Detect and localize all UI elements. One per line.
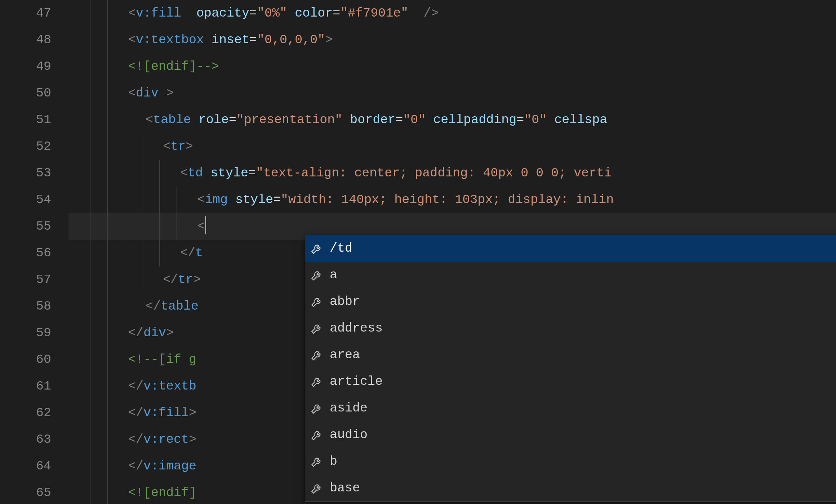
- indent-guide: [177, 186, 177, 213]
- code-line[interactable]: <v:fill opacity="0%" color="#f7901e" />: [68, 0, 836, 27]
- code-text: <!--[if g: [72, 352, 196, 367]
- code-line[interactable]: <div >: [68, 80, 836, 107]
- autocomplete-popup[interactable]: /tdaabbraddressareaarticleasideaudiobbas…: [305, 235, 836, 502]
- indent-guide: [107, 240, 108, 266]
- line-number: 64: [0, 453, 68, 480]
- line-number: 65: [0, 480, 68, 504]
- autocomplete-label: article: [330, 374, 383, 389]
- code-editor[interactable]: 47484950515253545556575859606162636465 <…: [0, 0, 836, 504]
- autocomplete-item[interactable]: article: [305, 368, 836, 395]
- indent-guide: [90, 213, 90, 240]
- indent-guide: [90, 160, 90, 186]
- indent-guide: [159, 213, 160, 240]
- code-text: </v:fill>: [72, 406, 196, 420]
- indent-guide: [107, 0, 108, 27]
- autocomplete-item[interactable]: aside: [305, 395, 836, 422]
- indent-guide: [107, 426, 108, 453]
- code-text: <![endif]: [72, 486, 196, 500]
- code-text: <td style="text-align: center; padding: …: [72, 166, 612, 180]
- indent-guide: [125, 266, 125, 293]
- code-line[interactable]: <v:textbox inset="0,0,0,0">: [68, 27, 836, 53]
- code-text: <![endif]-->: [72, 59, 219, 74]
- wrench-icon: [310, 482, 323, 495]
- wrench-icon: [310, 295, 323, 308]
- indent-guide: [159, 240, 160, 266]
- code-text: </div>: [72, 326, 174, 340]
- code-text: <v:fill opacity="0%" color="#f7901e" />: [72, 6, 439, 21]
- code-line[interactable]: <tr>: [68, 133, 836, 160]
- autocomplete-item[interactable]: b: [305, 448, 836, 475]
- autocomplete-item[interactable]: base: [305, 475, 836, 501]
- autocomplete-item[interactable]: a: [305, 262, 836, 288]
- wrench-icon: [310, 242, 323, 255]
- indent-guide: [142, 160, 142, 186]
- indent-guide: [90, 53, 90, 80]
- wrench-icon: [310, 375, 323, 388]
- line-number: 63: [0, 426, 68, 453]
- indent-guide: [107, 27, 108, 53]
- autocomplete-item[interactable]: /td: [305, 235, 836, 262]
- indent-guide: [125, 133, 125, 160]
- indent-guide: [107, 160, 108, 186]
- indent-guide: [107, 373, 108, 400]
- indent-guide: [159, 160, 160, 186]
- indent-guide: [90, 400, 90, 426]
- indent-guide: [90, 0, 90, 27]
- line-number: 53: [0, 160, 68, 186]
- code-line[interactable]: <![endif]-->: [68, 53, 836, 80]
- indent-guide: [90, 266, 90, 293]
- line-number-gutter: 47484950515253545556575859606162636465: [0, 0, 68, 504]
- indent-guide: [90, 293, 90, 320]
- code-area[interactable]: <v:fill opacity="0%" color="#f7901e" /><…: [68, 0, 836, 504]
- autocomplete-label: /td: [330, 241, 352, 256]
- indent-guide: [107, 293, 108, 320]
- indent-guide: [107, 266, 108, 293]
- code-text: </v:image: [72, 459, 196, 473]
- indent-guide: [125, 213, 125, 240]
- code-text: <div >: [72, 86, 174, 100]
- wrench-icon: [310, 428, 323, 441]
- wrench-icon: [310, 402, 323, 415]
- line-number: 52: [0, 133, 68, 160]
- code-text: </t: [72, 246, 203, 260]
- indent-guide: [90, 320, 90, 346]
- indent-guide: [90, 346, 90, 373]
- indent-guide: [107, 453, 108, 480]
- indent-guide: [159, 186, 160, 213]
- autocomplete-item[interactable]: address: [305, 315, 836, 342]
- wrench-icon: [310, 322, 323, 335]
- indent-guide: [177, 213, 177, 240]
- code-text: <table role="presentation" border="0" ce…: [72, 113, 607, 127]
- line-number: 48: [0, 27, 68, 53]
- indent-guide: [142, 240, 142, 266]
- code-text: <v:textbox inset="0,0,0,0">: [72, 33, 333, 47]
- autocomplete-label: a: [330, 268, 337, 282]
- line-number: 58: [0, 293, 68, 320]
- indent-guide: [107, 400, 108, 426]
- code-text: </v:textb: [72, 379, 196, 393]
- indent-guide: [107, 186, 108, 213]
- code-text: </v:rect>: [72, 432, 196, 447]
- indent-guide: [107, 480, 108, 504]
- wrench-icon: [310, 269, 323, 282]
- autocomplete-item[interactable]: audio: [305, 422, 836, 448]
- autocomplete-label: base: [330, 481, 360, 495]
- indent-guide: [90, 133, 90, 160]
- autocomplete-label: area: [330, 348, 360, 362]
- indent-guide: [107, 133, 108, 160]
- indent-guide: [125, 160, 125, 186]
- code-line[interactable]: <img style="width: 140px; height: 103px;…: [68, 186, 836, 213]
- code-text: <img style="width: 140px; height: 103px;…: [72, 193, 614, 207]
- autocomplete-item[interactable]: abbr: [305, 288, 836, 315]
- text-cursor: [205, 216, 206, 234]
- line-number: 54: [0, 186, 68, 213]
- indent-guide: [125, 240, 125, 266]
- indent-guide: [90, 426, 90, 453]
- indent-guide: [142, 213, 142, 240]
- code-line[interactable]: <table role="presentation" border="0" ce…: [68, 107, 836, 133]
- code-text: </table: [72, 299, 199, 314]
- autocomplete-item[interactable]: area: [305, 342, 836, 368]
- wrench-icon: [310, 455, 323, 468]
- indent-guide: [107, 53, 108, 80]
- code-line[interactable]: <td style="text-align: center; padding: …: [68, 160, 836, 186]
